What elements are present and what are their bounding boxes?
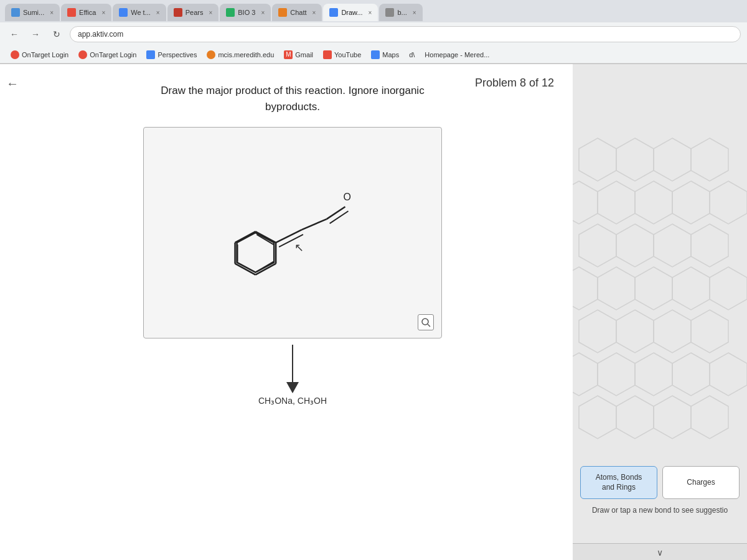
svg-marker-26 xyxy=(598,181,635,224)
tab-label: Draw... xyxy=(341,9,362,16)
back-button[interactable]: ← xyxy=(6,26,22,42)
bookmark-label: Gmail xyxy=(295,51,313,58)
close-icon[interactable]: × xyxy=(413,9,416,16)
tab-favicon xyxy=(174,8,182,17)
tab-label: Pears xyxy=(186,9,204,16)
tab-sumi[interactable]: Sumi... × xyxy=(5,4,60,21)
bookmark-ontarget-2[interactable]: OnTarget Login xyxy=(74,49,141,60)
refresh-button[interactable]: ↻ xyxy=(49,26,65,42)
bookmark-label: Homepage - Mered... xyxy=(425,51,489,58)
svg-text:O: O xyxy=(344,192,351,202)
tab-label: Sumi... xyxy=(23,9,44,16)
svg-line-16 xyxy=(330,211,349,223)
bookmark-gmail[interactable]: M Gmail xyxy=(280,49,317,60)
tab-favicon xyxy=(11,8,20,17)
svg-marker-24 xyxy=(691,138,728,181)
svg-marker-30 xyxy=(579,224,616,267)
tool-panel: Atoms, Bondsand Rings Charges Draw or ta… xyxy=(573,459,747,523)
bookmark-icon xyxy=(146,50,155,59)
svg-marker-29 xyxy=(710,181,747,224)
svg-marker-48 xyxy=(579,396,616,439)
bookmark-label: Maps xyxy=(382,51,399,58)
svg-marker-25 xyxy=(573,181,598,224)
svg-line-20 xyxy=(428,324,430,327)
bookmark-icon xyxy=(11,50,19,59)
tab-wet[interactable]: We t... × xyxy=(113,4,166,21)
tab-b[interactable]: b... × xyxy=(379,4,422,21)
atoms-bonds-rings-button[interactable]: Atoms, Bondsand Rings xyxy=(580,466,657,499)
tab-label: Effica xyxy=(79,9,96,16)
tab-label: b... xyxy=(397,9,406,16)
drawing-canvas[interactable]: O ↖ xyxy=(143,127,442,338)
svg-marker-49 xyxy=(616,396,654,439)
problem-number: Problem 8 of 12 xyxy=(475,77,554,90)
bookmark-mcis[interactable]: mcis.meredith.edu xyxy=(202,49,278,60)
instruction-line2: byproducts. xyxy=(265,101,320,113)
bookmark-label: Perspectives xyxy=(157,51,197,58)
bookmark-youtube[interactable]: YouTube xyxy=(319,49,365,60)
reaction-arrow xyxy=(31,345,554,393)
address-bar[interactable] xyxy=(70,26,741,42)
collapse-bar[interactable]: ∨ xyxy=(573,543,747,560)
tab-favicon xyxy=(226,8,235,17)
close-icon[interactable]: × xyxy=(261,9,265,16)
svg-marker-41 xyxy=(654,310,691,353)
close-icon[interactable]: × xyxy=(156,9,160,16)
forward-button[interactable]: → xyxy=(27,26,44,42)
svg-marker-33 xyxy=(691,224,728,267)
tab-pears[interactable]: Pears × xyxy=(167,4,219,21)
svg-marker-51 xyxy=(691,396,728,439)
svg-marker-23 xyxy=(654,138,691,181)
page-content: ← Problem 8 of 12 Draw the major product… xyxy=(0,64,747,560)
tab-favicon xyxy=(119,8,128,17)
svg-marker-32 xyxy=(654,224,691,267)
reagent-label: CH₃ONa, CH₃OH xyxy=(31,396,554,406)
bookmark-label: YouTube xyxy=(334,51,361,58)
tool-buttons: Atoms, Bondsand Rings Charges xyxy=(580,466,740,499)
charges-button[interactable]: Charges xyxy=(662,466,740,499)
tab-bar: Sumi... × Effica × We t... × Pears × BIO… xyxy=(0,0,747,22)
svg-line-12 xyxy=(276,230,302,243)
tab-favicon xyxy=(67,8,76,17)
svg-marker-37 xyxy=(672,267,710,310)
svg-marker-21 xyxy=(579,138,616,181)
bookmark-icon xyxy=(78,50,87,59)
svg-marker-36 xyxy=(635,267,672,310)
close-icon[interactable]: × xyxy=(209,9,212,16)
svg-marker-35 xyxy=(598,267,635,310)
svg-marker-43 xyxy=(573,353,598,396)
suggestion-text: Draw or tap a new bond to see suggestio xyxy=(580,505,740,516)
tab-label: Chatt xyxy=(290,9,306,16)
svg-line-14 xyxy=(302,219,327,230)
zoom-button[interactable] xyxy=(418,314,434,330)
close-icon[interactable]: × xyxy=(369,9,372,16)
bookmark-homepage[interactable]: Homepage - Mered... xyxy=(420,50,494,60)
close-icon[interactable]: × xyxy=(312,9,316,16)
bookmark-ontarget-1[interactable]: OnTarget Login xyxy=(6,49,73,60)
tab-bio[interactable]: BIO 3 × xyxy=(220,4,271,21)
svg-marker-39 xyxy=(579,310,616,353)
atoms-bonds-rings-label: Atoms, Bondsand Rings xyxy=(596,473,642,492)
reagent-text: CH₃ONa, CH₃OH xyxy=(258,396,327,406)
close-icon[interactable]: × xyxy=(50,9,54,16)
tab-label: We t... xyxy=(131,9,151,16)
svg-marker-38 xyxy=(710,267,747,310)
arrow-head xyxy=(286,382,299,393)
tab-label: BIO 3 xyxy=(238,9,255,16)
bookmark-perspectives[interactable]: Perspectives xyxy=(142,49,201,60)
molecule-svg: O ↖ xyxy=(144,128,441,338)
svg-line-3 xyxy=(255,231,276,243)
bookmark-maps[interactable]: Maps xyxy=(367,49,403,60)
bookmark-label: OnTarget Login xyxy=(22,51,68,58)
svg-marker-46 xyxy=(672,353,710,396)
bookmark-d[interactable]: d\ xyxy=(405,50,419,60)
svg-text:↖: ↖ xyxy=(294,241,304,254)
bookmarks-bar: OnTarget Login OnTarget Login Perspectiv… xyxy=(0,46,747,63)
tab-effica[interactable]: Effica × xyxy=(61,4,111,21)
close-icon[interactable]: × xyxy=(101,9,105,16)
nav-bar: ← → ↻ xyxy=(0,22,747,46)
back-arrow-button[interactable]: ← xyxy=(6,77,19,91)
svg-marker-45 xyxy=(635,353,672,396)
tab-chatt[interactable]: Chatt × xyxy=(272,4,322,21)
tab-draw[interactable]: Draw... × xyxy=(323,4,378,21)
